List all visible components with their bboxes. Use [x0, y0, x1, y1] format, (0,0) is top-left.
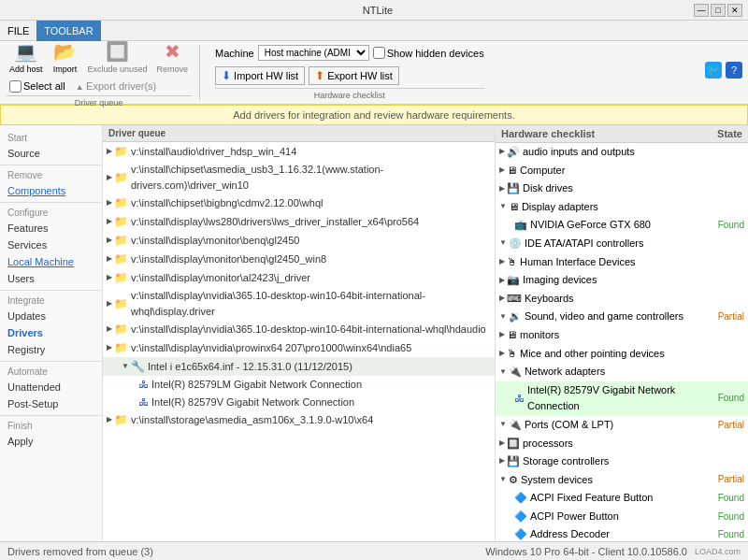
help-icon[interactable]: ? — [726, 62, 742, 79]
hardware-checklist-label: Hardware checklist — [215, 88, 484, 100]
list-item[interactable]: ▶ 📁 v:\install\storage\asmedia_asm106x_3… — [103, 410, 495, 429]
driver-list[interactable]: ▶ 📁 v:\install\audio\driver_hdsp_win_414… — [103, 142, 495, 541]
minimize-button[interactable]: — — [694, 4, 709, 17]
select-all-checkbox[interactable] — [9, 80, 22, 93]
sidebar-item-drivers[interactable]: Drivers — [0, 324, 102, 341]
sidebar-item-local-machine[interactable]: Local Machine — [0, 253, 102, 270]
list-item[interactable]: ▶ 🔲 processors — [496, 435, 748, 453]
hw-state-col-header: State — [691, 128, 742, 139]
ide-icon: 💿 — [509, 236, 522, 252]
sidebar-item-users[interactable]: Users — [0, 270, 102, 287]
remove-icon: ✖ — [161, 40, 183, 63]
sidebar-start-section: Start Source Remove Components Configure… — [0, 125, 102, 455]
expand-arrow: ▶ — [107, 172, 112, 183]
list-item[interactable]: ▶ 🔊 audio inputs and outputs — [496, 143, 748, 162]
list-item[interactable]: ▶ 💾 Disk drives — [496, 179, 748, 198]
add-host-label: Add host — [9, 65, 43, 75]
list-item[interactable]: ▼ 🔧 Intel i e1c65x64.inf - 12.15.31.0 (1… — [103, 357, 495, 376]
expand-arrow: ▶ — [499, 329, 505, 341]
monitor-icon: 🖥 — [507, 327, 517, 344]
machine-row: Machine Host machine (ADMI Show hidden d… — [215, 45, 484, 61]
sidebar-item-features[interactable]: Features — [0, 220, 102, 237]
list-item[interactable]: ▼ 🔌 Ports (COM & LPT) Partial — [496, 416, 748, 435]
export-hw-icon: ⬆ — [315, 69, 324, 82]
sidebar-divider-2 — [0, 202, 102, 203]
sidebar-remove-label: Remove — [0, 168, 102, 182]
list-item[interactable]: ▶ 📁 v:\install\display\monitor\benq\gl24… — [103, 231, 495, 250]
device-icon: 🔷 — [514, 490, 527, 507]
list-item[interactable]: ▶ 📷 Imaging devices — [496, 271, 748, 290]
expand-arrow: ▶ — [107, 414, 112, 425]
hw-list[interactable]: ▶ 🔊 audio inputs and outputs ▶ 🖥 Compute… — [496, 143, 748, 541]
machine-select[interactable]: Host machine (ADMI — [258, 45, 369, 61]
expand-arrow: ▶ — [499, 183, 505, 195]
load-logo: LOAD4.com — [695, 547, 741, 556]
list-item[interactable]: ▶ 💾 Storage controllers — [496, 452, 748, 471]
list-item[interactable]: 🔷 ACPI Fixed Feature Button Found — [496, 489, 748, 508]
expand-arrow: ▶ — [107, 146, 112, 157]
list-item[interactable]: ▶ 📁 v:\install\display\monitor\al2423\j_… — [103, 268, 495, 287]
list-item[interactable]: ▶ 📁 v:\install\display\monitor\benq\gl24… — [103, 250, 495, 268]
list-item[interactable]: 📺 NVIDIA GeForce GTX 680 Found — [496, 216, 748, 235]
sidebar-item-post-setup[interactable]: Post-Setup — [0, 395, 102, 412]
sidebar-automate-label: Automate — [0, 365, 102, 379]
list-item[interactable]: ▼ 🖥 Display adapters — [496, 198, 748, 217]
hw-name-col-header: Hardware checklist — [501, 128, 691, 139]
statusbar-right: Windows 10 Pro 64-bit - Client 10.0.1058… — [485, 546, 741, 557]
list-item[interactable]: ▶ 📁 v:\install\chipset\asmedia_usb3_1.16… — [103, 161, 495, 194]
expand-arrow: ▶ — [107, 216, 112, 227]
sidebar-item-registry[interactable]: Registry — [0, 341, 102, 358]
folder-icon: 📁 — [114, 269, 128, 286]
sidebar-item-source[interactable]: Source — [0, 145, 102, 162]
list-item[interactable]: ▶ 📁 v:\install\audio\driver_hdsp_win_414 — [103, 142, 495, 161]
import-button[interactable]: 📂 Import — [49, 37, 82, 78]
maximize-button[interactable]: □ — [711, 4, 726, 17]
folder-icon: 📁 — [114, 295, 128, 312]
list-item[interactable]: ▶ 📁 v:\install\display\nvidia\365.10-des… — [103, 320, 495, 338]
hw-buttons: ⬇ Import HW list ⬆ Export HW list — [215, 66, 399, 85]
list-item[interactable]: 🖧 Intel(R) 82579LM Gigabit Network Conne… — [103, 376, 495, 394]
list-item[interactable]: 🔷 ACPI Power Button Found — [496, 508, 748, 526]
remove-button[interactable]: ✖ Remove — [153, 37, 193, 78]
twitter-icon[interactable]: 🐦 — [705, 62, 722, 79]
list-item[interactable]: 🖧 Intel(R) 82579V Gigabit Network Connec… — [103, 394, 495, 411]
expand-arrow: ▼ — [499, 201, 507, 213]
list-item[interactable]: 🔷 Address Decoder Found — [496, 525, 748, 541]
list-item[interactable]: ▶ 📁 v:\install\display\nvidia\prowinx64 … — [103, 338, 495, 357]
add-host-button[interactable]: 💻 Add host — [6, 37, 47, 78]
list-item[interactable]: ▼ 💿 IDE ATA/ATAPI controllers — [496, 235, 748, 253]
list-item[interactable]: ▶ 📁 v:\install\chipset\bigbng\cdmv2.12.0… — [103, 194, 495, 212]
list-item[interactable]: ▶ 🖱 Mice and other pointing devices — [496, 345, 748, 364]
sidebar-divider-3 — [0, 290, 102, 291]
list-item[interactable]: ▶ 🖥 Computer — [496, 162, 748, 180]
import-hw-button[interactable]: ⬇ Import HW list — [215, 66, 305, 85]
sidebar-item-services[interactable]: Services — [0, 237, 102, 253]
list-item[interactable]: ▶ 🖱 Human Interface Devices — [496, 253, 748, 272]
list-item[interactable]: 🖧 Intel(R) 82579V Gigabit Network Connec… — [496, 381, 748, 416]
list-item[interactable]: ▶ 🖥 monitors — [496, 326, 748, 345]
list-item[interactable]: ▼ ⚙ System devices Partial — [496, 471, 748, 490]
close-button[interactable]: ✕ — [727, 4, 742, 17]
expand-arrow: ▼ — [499, 366, 507, 379]
exclude-unused-button[interactable]: 🔲 Exclude unused — [84, 37, 151, 78]
import-icon: 📂 — [54, 40, 77, 63]
machine-label: Machine — [215, 48, 254, 59]
sidebar-item-components[interactable]: Components — [0, 182, 102, 199]
imaging-icon: 📷 — [507, 272, 520, 289]
disk-icon: 💾 — [507, 180, 520, 197]
export-hw-button[interactable]: ⬆ Export HW list — [309, 66, 399, 85]
folder-icon: 📁 — [114, 143, 128, 160]
list-item[interactable]: ▼ 🔌 Network adapters — [496, 363, 748, 381]
system-icon: ⚙ — [509, 472, 518, 489]
list-item[interactable]: ▶ ⌨ Keyboards — [496, 290, 748, 309]
computer-icon: 🖥 — [507, 163, 517, 179]
list-item[interactable]: ▶ 📁 v:\install\display\lws280\drivers\lw… — [103, 212, 495, 231]
show-hidden-checkbox[interactable] — [373, 47, 385, 59]
sidebar-item-apply[interactable]: Apply — [0, 433, 102, 450]
expand-arrow: ▶ — [499, 165, 505, 177]
sidebar-item-unattended[interactable]: Unattended — [0, 379, 102, 395]
list-item[interactable]: ▼ 🔉 Sound, video and game controllers Pa… — [496, 308, 748, 326]
list-item[interactable]: ▶ 📁 v:\install\display\nvidia\365.10-des… — [103, 287, 495, 320]
expand-arrow: ▼ — [122, 361, 129, 372]
sidebar-item-updates[interactable]: Updates — [0, 308, 102, 324]
